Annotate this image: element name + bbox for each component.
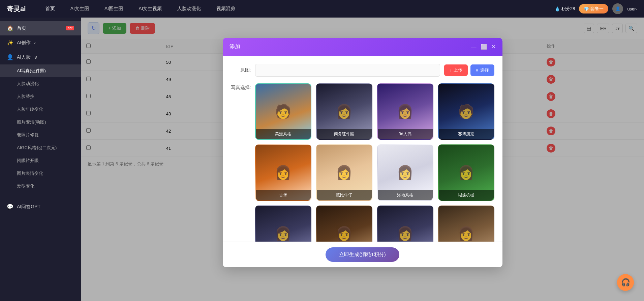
hot-badge: hot	[66, 26, 74, 30]
modal-close-button[interactable]: ✕	[491, 44, 496, 50]
ai-create-icon: ✨	[7, 39, 13, 46]
nav-face-animation[interactable]: 人脸动漫化	[171, 4, 207, 14]
style-card-3[interactable]: 👩 3d人偶	[377, 83, 433, 140]
modal-minimize-button[interactable]: —	[471, 44, 477, 50]
sidebar-item-ai-create[interactable]: ✨ AI创作 ‹	[0, 35, 81, 50]
nav-right-area: 💧 积分28 💎 套餐一 👤 user-	[555, 3, 637, 14]
sidebar-sub-hairstyle[interactable]: 发型变化	[0, 180, 81, 193]
style-card-label: 商务证件照	[317, 129, 372, 139]
select-label: 选择	[480, 67, 489, 73]
top-navigation: 奇灵ai 首页 AI文生图 AI图生图 AI文生视频 人脸动漫化 视频混剪 💧 …	[0, 0, 644, 18]
nav-links: 首页 AI文生图 AI图生图 AI文生视频 人脸动漫化 视频混剪	[39, 4, 555, 14]
sidebar-sub-expression[interactable]: 图片表情变化	[0, 167, 81, 180]
original-image-input[interactable]	[255, 64, 440, 77]
modal-title: 添加	[229, 43, 240, 50]
nav-ai-image-image[interactable]: AI图生图	[98, 4, 129, 14]
home-icon: 🏠	[7, 25, 13, 31]
style-card-face: 👩	[317, 206, 372, 242]
style-card-label: 古堡	[256, 190, 311, 200]
style-card-face: 👩	[439, 206, 494, 242]
package-label: 套餐一	[590, 6, 604, 12]
points-label: 积分28	[561, 6, 575, 12]
ai-qa-icon: 💬	[7, 203, 13, 210]
nav-home[interactable]: 首页	[39, 4, 61, 14]
user-avatar[interactable]: 👤	[612, 3, 623, 14]
form-buttons: ↑ 上传 ≡ 选择	[444, 64, 494, 76]
original-image-row: 原图: ↑ 上传 ≡ 选择	[231, 64, 494, 77]
sidebar-item-ai-face[interactable]: 👤 AI人脸 ∨	[0, 50, 81, 64]
generate-button[interactable]: 立即生成(消耗1积分)	[326, 247, 399, 262]
sidebar-sub-aigc-style[interactable]: AIGC风格化(二次元)	[0, 141, 81, 154]
sidebar-ai-face-label: AI人脸	[17, 54, 31, 60]
sidebar-sub-photo-anim[interactable]: 照片变活(动图)	[0, 116, 81, 129]
style-card-10[interactable]: 👩 圣诞	[316, 206, 372, 242]
style-selection-row: 写真选择: 🧑 美漫风格 👩 商务证件照 👩 3d人偶 🧑 赛博朋克 👩 古堡 …	[231, 83, 494, 242]
style-card-face: 👩	[378, 206, 433, 242]
modal-footer: 立即生成(消耗1积分)	[223, 242, 502, 267]
sidebar-home-label: 首页	[17, 25, 26, 31]
style-label: 写真选择:	[231, 83, 251, 91]
style-card-4[interactable]: 🧑 赛博朋克	[438, 83, 494, 140]
package-icon: 💎	[584, 6, 589, 11]
style-card-label: 3d人偶	[378, 129, 433, 139]
style-card-11[interactable]: 👩 美式甜点师	[377, 206, 433, 242]
ai-face-icon: 👤	[7, 54, 13, 60]
style-grid: 🧑 美漫风格 👩 商务证件照 👩 3d人偶 🧑 赛博朋克 👩 古堡 👩 芭比牛仔…	[255, 83, 494, 242]
add-modal: 添加 — ⬜ ✕ 原图: ↑	[223, 38, 502, 267]
select-icon: ≡	[476, 68, 479, 73]
style-card-12[interactable]: 👩 old money	[438, 206, 494, 242]
select-button[interactable]: ≡ 选择	[470, 64, 494, 76]
style-card-face: 👩	[256, 206, 311, 242]
sidebar-sub-eye-blink[interactable]: 闭眼转开眼	[0, 154, 81, 167]
sidebar-sub-ai-photo[interactable]: AI写真(证件照)	[0, 64, 81, 77]
modal-body: 原图: ↑ 上传 ≡ 选择	[223, 56, 502, 242]
style-card-label: 浴袍风格	[378, 190, 433, 200]
upload-icon: ↑	[450, 68, 452, 73]
content-area: ↻ + 添加 🗑 删除 ▤ ⊞▾ ↕▾ 🔍 Id ▾ 类型	[81, 18, 644, 301]
sidebar-item-ai-qa[interactable]: 💬 AI问答GPT	[0, 199, 81, 214]
sidebar-ai-create-label: AI创作	[17, 40, 31, 46]
style-card-7[interactable]: 👩 浴袍风格	[377, 144, 433, 201]
modal-restore-button[interactable]: ⬜	[481, 44, 487, 50]
ai-create-arrow: ‹	[34, 40, 36, 46]
style-card-8[interactable]: 👩 蝴蝶机械	[438, 144, 494, 201]
main-layout: 🏠 首页 hot ✨ AI创作 ‹ 👤 AI人脸 ∨ AI写真(证件照) 人脸动…	[0, 18, 644, 301]
nav-ai-text-image[interactable]: AI文生图	[64, 4, 95, 14]
sidebar: 🏠 首页 hot ✨ AI创作 ‹ 👤 AI人脸 ∨ AI写真(证件照) 人脸动…	[0, 18, 81, 301]
style-card-2[interactable]: 👩 商务证件照	[316, 83, 372, 140]
style-card-1[interactable]: 🧑 美漫风格	[255, 83, 311, 140]
modal-overlay: 添加 — ⬜ ✕ 原图: ↑	[81, 18, 644, 301]
style-card-6[interactable]: 👩 芭比牛仔	[316, 144, 372, 201]
sidebar-item-home[interactable]: 🏠 首页 hot	[0, 21, 81, 35]
style-card-label: 赛博朋克	[439, 129, 494, 139]
user-name: user-	[627, 6, 637, 11]
upload-button[interactable]: ↑ 上传	[444, 64, 468, 76]
style-card-5[interactable]: 👩 古堡	[255, 144, 311, 201]
app-logo: 奇灵ai	[7, 4, 26, 13]
modal-header-actions: — ⬜ ✕	[471, 44, 496, 50]
sidebar-ai-qa-label: AI问答GPT	[17, 204, 40, 210]
sidebar-sub-face-age[interactable]: 人脸年龄变化	[0, 103, 81, 116]
style-card-label: 蝴蝶机械	[439, 190, 494, 200]
upload-label: 上传	[454, 67, 462, 73]
original-label: 原图:	[231, 67, 251, 73]
package-button[interactable]: 💎 套餐一	[579, 4, 608, 13]
style-card-9[interactable]: 👩 职场证件照	[255, 206, 311, 242]
modal-header: 添加 — ⬜ ✕	[223, 38, 502, 56]
nav-ai-text-video[interactable]: AI文生视频	[132, 4, 168, 14]
sidebar-sub-old-photo[interactable]: 老照片修复	[0, 129, 81, 141]
points-badge: 💧 积分28	[555, 6, 575, 12]
style-card-label: 美漫风格	[256, 129, 311, 139]
nav-video-mix[interactable]: 视频混剪	[210, 4, 241, 14]
support-button[interactable]: 🎧	[617, 274, 634, 291]
ai-face-arrow: ∨	[34, 55, 37, 60]
style-card-label: 芭比牛仔	[317, 190, 372, 200]
sidebar-sub-face-anime[interactable]: 人脸动漫化	[0, 77, 81, 90]
sidebar-sub-face-swap[interactable]: 人脸替换	[0, 90, 81, 103]
points-icon: 💧	[555, 6, 560, 11]
